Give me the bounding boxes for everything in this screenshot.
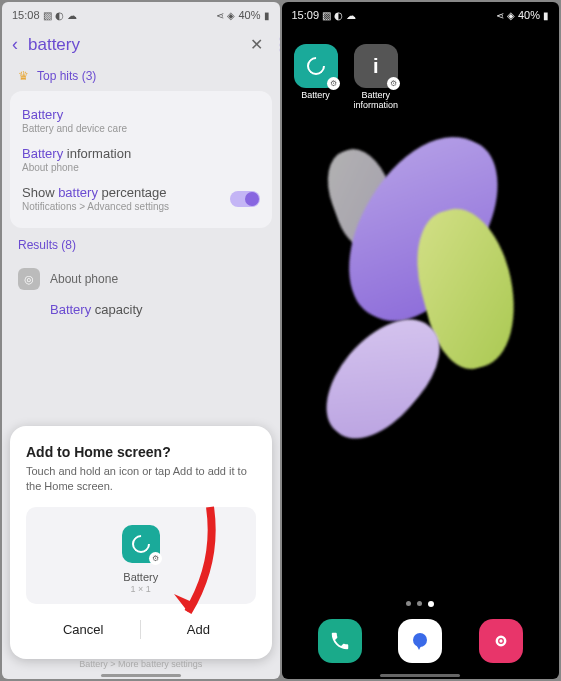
preview-name: Battery <box>123 571 158 583</box>
clear-icon[interactable]: ✕ <box>250 35 263 54</box>
notif-icon: ◐ <box>55 10 64 21</box>
results-header: Results (8) <box>2 228 280 262</box>
add-button[interactable]: Add <box>141 614 255 645</box>
faded-result: Battery > More battery settings <box>2 659 280 669</box>
camera-app-icon[interactable] <box>479 619 523 663</box>
notif-icon: ▧ <box>322 10 331 21</box>
status-bar: 15:09 ▧ ◐ ☁ ⋖ ◈ 40% ▮ <box>282 2 560 28</box>
result-battery[interactable]: Battery Battery and device care <box>18 101 264 140</box>
clock: 15:08 <box>12 9 40 21</box>
top-hits-header: ♛ Top hits (3) <box>2 61 280 91</box>
dock <box>282 619 560 663</box>
overflow-menu-icon[interactable]: ⋮ <box>273 35 280 54</box>
search-input[interactable] <box>28 35 240 55</box>
top-hits-card: Battery Battery and device care Battery … <box>10 91 272 228</box>
modal-text: Touch and hold an icon or tap Add to add… <box>26 464 256 493</box>
battery-info-app-icon: i ⚙ <box>354 44 398 88</box>
page-dot-active <box>428 601 434 607</box>
results-group[interactable]: ◎ About phone <box>2 262 280 296</box>
page-dot <box>417 601 422 606</box>
top-hits-label: Top hits (3) <box>37 69 96 83</box>
battery-pct: 40% <box>518 9 540 21</box>
notif-icon: ☁ <box>346 10 356 21</box>
gear-badge-icon: ⚙ <box>387 77 400 90</box>
nav-bar[interactable] <box>380 674 460 677</box>
battery-icon: ▮ <box>543 10 549 21</box>
result-battery-pct[interactable]: Show battery percentage Notifications > … <box>18 179 264 218</box>
clock: 15:09 <box>292 9 320 21</box>
wifi-icon: ◈ <box>227 10 235 21</box>
modal-title: Add to Home screen? <box>26 444 256 460</box>
battery-pct: 40% <box>238 9 260 21</box>
back-icon[interactable]: ‹ <box>12 34 18 55</box>
notif-icon: ◐ <box>334 10 343 21</box>
notif-icon: ☁ <box>67 10 77 21</box>
messages-app-icon[interactable] <box>398 619 442 663</box>
svg-point-2 <box>499 639 502 642</box>
toggle-switch[interactable] <box>230 191 260 207</box>
phone-app-icon[interactable] <box>318 619 362 663</box>
settings-screen: 15:08 ▧ ◐ ☁ ⋖ ◈ 40% ▮ ‹ ✕ ⋮ ♛ Top hits (… <box>2 2 280 679</box>
page-indicator[interactable] <box>282 601 560 607</box>
wifi-icon: ⋖ <box>216 10 224 21</box>
search-bar: ‹ ✕ ⋮ <box>2 28 280 61</box>
settings-icon: ◎ <box>18 268 40 290</box>
icon-preview[interactable]: ⚙ Battery 1 × 1 <box>26 507 256 604</box>
wifi-icon: ◈ <box>507 10 515 21</box>
wifi-icon: ⋖ <box>496 10 504 21</box>
wallpaper <box>282 28 560 679</box>
battery-app-icon: ⚙ <box>122 525 160 563</box>
home-screen: 15:09 ▧ ◐ ☁ ⋖ ◈ 40% ▮ ⚙ Battery i <box>282 2 560 679</box>
gear-badge-icon: ⚙ <box>149 552 162 565</box>
page-dot <box>406 601 411 606</box>
nav-bar[interactable] <box>101 674 181 677</box>
result-battery-capacity[interactable]: Battery capacity <box>2 296 280 323</box>
gear-badge-icon: ⚙ <box>327 77 340 90</box>
add-to-home-modal: Add to Home screen? Touch and hold an ic… <box>10 426 272 659</box>
svg-point-0 <box>413 633 427 647</box>
crown-icon: ♛ <box>18 69 29 83</box>
cancel-button[interactable]: Cancel <box>26 614 140 645</box>
battery-icon: ▮ <box>264 10 270 21</box>
status-bar: 15:08 ▧ ◐ ☁ ⋖ ◈ 40% ▮ <box>2 2 280 28</box>
battery-app-icon: ⚙ <box>294 44 338 88</box>
notif-icon: ▧ <box>43 10 52 21</box>
result-battery-info[interactable]: Battery information About phone <box>18 140 264 179</box>
preview-size: 1 × 1 <box>131 584 151 594</box>
